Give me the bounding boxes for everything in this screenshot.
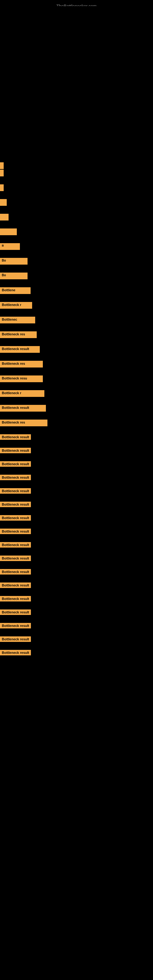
- result-label-8: Bo: [0, 258, 27, 265]
- result-label-22: Bottleneck result: [0, 461, 31, 467]
- result-row-14: Bottleneck result: [0, 346, 153, 353]
- result-label-34: Bottleneck result: [0, 623, 31, 628]
- result-row-34: Bottleneck result: [0, 623, 153, 628]
- result-row-35: Bottleneck result: [0, 636, 153, 642]
- results-container: B Bo Bo Bottlene Bottleneck r Bottlenec …: [0, 162, 153, 656]
- result-row-22: Bottleneck result: [0, 461, 153, 467]
- result-row-17: Bottleneck r: [0, 390, 153, 397]
- result-label-29: Bottleneck result: [0, 555, 31, 561]
- result-row-21: Bottleneck result: [0, 448, 153, 453]
- result-row-7: B: [0, 243, 153, 250]
- result-label-26: Bottleneck result: [0, 515, 31, 520]
- result-label-27: Bottleneck result: [0, 528, 31, 534]
- result-row-11: Bottleneck r: [0, 302, 153, 309]
- result-row-12: Bottlenec: [0, 317, 153, 323]
- result-label-32: Bottleneck result: [0, 596, 31, 601]
- result-label-21: Bottleneck result: [0, 448, 31, 453]
- result-label-10: Bottlene: [0, 287, 30, 294]
- result-row-19: Bottleneck res: [0, 420, 153, 426]
- result-row-1: [0, 162, 153, 169]
- result-label-9: Bo: [0, 272, 27, 279]
- result-row-13: Bottleneck res: [0, 331, 153, 338]
- result-row-26: Bottleneck result: [0, 515, 153, 520]
- result-row-20: Bottleneck result: [0, 434, 153, 440]
- result-row-23: Bottleneck result: [0, 475, 153, 480]
- result-row-27: Bottleneck result: [0, 528, 153, 534]
- result-label-31: Bottleneck result: [0, 582, 31, 588]
- result-label-17: Bottleneck r: [0, 390, 45, 397]
- result-label-14: Bottleneck result: [0, 346, 40, 353]
- result-row-36: Bottleneck result: [0, 650, 153, 655]
- result-label-2: [0, 170, 4, 177]
- result-label-24: Bottleneck result: [0, 488, 31, 494]
- result-label-3: [0, 185, 4, 191]
- result-label-15: Bottleneck res: [0, 361, 43, 368]
- result-label-12: Bottlenec: [0, 317, 35, 323]
- chart-area: [0, 6, 153, 159]
- result-label-23: Bottleneck result: [0, 475, 31, 480]
- result-label-4: [0, 199, 7, 206]
- result-row-8: Bo: [0, 258, 153, 265]
- result-row-28: Bottleneck result: [0, 542, 153, 547]
- result-label-25: Bottleneck result: [0, 502, 31, 507]
- result-label-30: Bottleneck result: [0, 569, 31, 574]
- result-label-16: Bottleneck resu: [0, 375, 43, 382]
- result-row-32: Bottleneck result: [0, 596, 153, 601]
- result-label-5: [0, 214, 9, 221]
- result-label-13: Bottleneck res: [0, 331, 37, 338]
- result-label-20: Bottleneck result: [0, 434, 31, 440]
- result-label-1: [0, 162, 4, 169]
- result-row-5: [0, 214, 153, 221]
- result-label-19: Bottleneck res: [0, 420, 48, 426]
- result-row-25: Bottleneck result: [0, 502, 153, 507]
- result-label-6: [0, 229, 17, 235]
- result-label-18: Bottleneck result: [0, 405, 46, 412]
- result-row-30: Bottleneck result: [0, 569, 153, 574]
- result-row-31: Bottleneck result: [0, 582, 153, 588]
- result-row-2: [0, 170, 153, 177]
- result-row-9: Bo: [0, 272, 153, 279]
- result-row-24: Bottleneck result: [0, 488, 153, 494]
- result-label-7: B: [0, 243, 20, 250]
- result-row-3: [0, 185, 153, 191]
- result-row-18: Bottleneck result: [0, 405, 153, 412]
- result-row-29: Bottleneck result: [0, 555, 153, 561]
- result-row-16: Bottleneck resu: [0, 375, 153, 382]
- result-label-33: Bottleneck result: [0, 609, 31, 615]
- result-row-15: Bottleneck res: [0, 361, 153, 368]
- result-row-10: Bottlene: [0, 287, 153, 294]
- result-label-28: Bottleneck result: [0, 542, 31, 547]
- result-row-6: [0, 229, 153, 235]
- result-label-35: Bottleneck result: [0, 636, 31, 642]
- result-label-36: Bottleneck result: [0, 650, 31, 655]
- result-label-11: Bottleneck r: [0, 302, 32, 309]
- result-row-4: [0, 199, 153, 206]
- result-row-33: Bottleneck result: [0, 609, 153, 615]
